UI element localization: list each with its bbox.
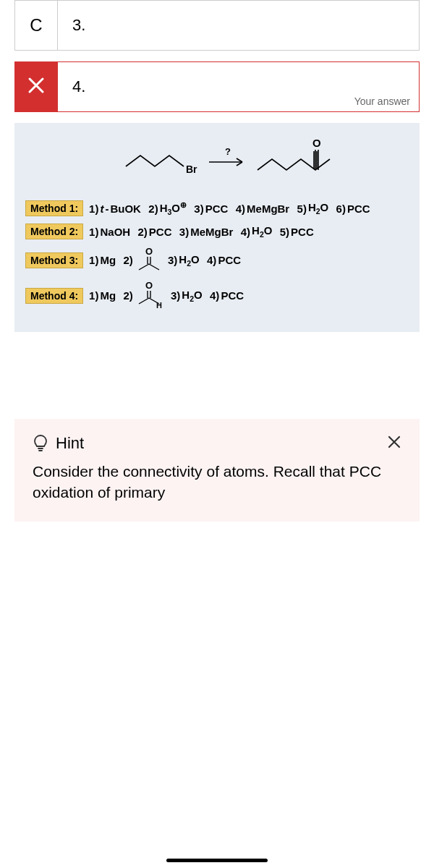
method-3-label: Method 3: — [25, 252, 83, 268]
home-indicator[interactable] — [166, 859, 268, 862]
acetone-structure: O — [135, 247, 163, 273]
method-3-row: Method 3: 1) Mg 2) O 3) H2O 4) PCC — [25, 247, 409, 273]
method-2-text: 1) NaOH 2) PCC 3) MeMgBr 4) H2O 5) PCC — [89, 224, 314, 239]
method-4-label: Method 4: — [25, 288, 83, 304]
acetaldehyde-structure: O H — [135, 281, 166, 310]
option-number-c: 3. — [72, 16, 85, 35]
method-1-label: Method 1: — [25, 200, 83, 216]
method-2-label: Method 2: — [25, 224, 83, 239]
method-4-text: 1) Mg 2) O H 3) H2O 4) PCC — [89, 281, 244, 310]
your-answer-label: Your answer — [354, 95, 410, 107]
hint-body: Consider the connectivity of atoms. Reca… — [33, 461, 401, 503]
br-label: Br — [186, 163, 197, 175]
option-row-c[interactable]: C 3. — [14, 0, 420, 51]
product-structure: O — [254, 134, 355, 187]
method-1-row: Method 1: 1) t-BuOK 2) H3O⊕ 3) PCC 4) Me… — [25, 200, 409, 216]
hint-close-button[interactable] — [387, 433, 401, 454]
hint-header: Hint — [33, 433, 401, 454]
method-3-text: 1) Mg 2) O 3) H2O 4) PCC — [89, 247, 241, 273]
svg-text:O: O — [145, 247, 153, 257]
option-row-4[interactable]: 4. Your answer — [14, 61, 420, 112]
svg-text:O: O — [145, 281, 153, 291]
wrong-indicator — [14, 61, 58, 112]
reaction-scheme: Br ? O — [25, 134, 409, 187]
reaction-arrow: ? — [206, 145, 250, 176]
option-content-c: 3. — [58, 0, 420, 51]
svg-text:O: O — [312, 137, 321, 149]
hint-panel: Hint Consider the connectivity of atoms.… — [14, 419, 420, 522]
svg-text:H: H — [156, 301, 162, 308]
close-icon — [27, 76, 46, 98]
hint-title: Hint — [33, 434, 84, 453]
option-content-4: 4. Your answer — [58, 61, 420, 112]
method-1-text: 1) t-BuOK 2) H3O⊕ 3) PCC 4) MeMgBr 5) H2… — [89, 200, 370, 216]
method-2-row: Method 2: 1) NaOH 2) PCC 3) MeMgBr 4) H2… — [25, 224, 409, 239]
method-4-row: Method 4: 1) Mg 2) O H 3) H2O 4) PCC — [25, 281, 409, 310]
lightbulb-icon — [33, 434, 48, 453]
option-letter-c: C — [14, 0, 58, 51]
hint-title-text: Hint — [56, 434, 84, 453]
reactant-structure: Br — [122, 141, 202, 180]
svg-text:?: ? — [225, 146, 231, 157]
solution-panel: Br ? O Method 1: — [14, 123, 420, 332]
option-number-4: 4. — [72, 77, 85, 96]
